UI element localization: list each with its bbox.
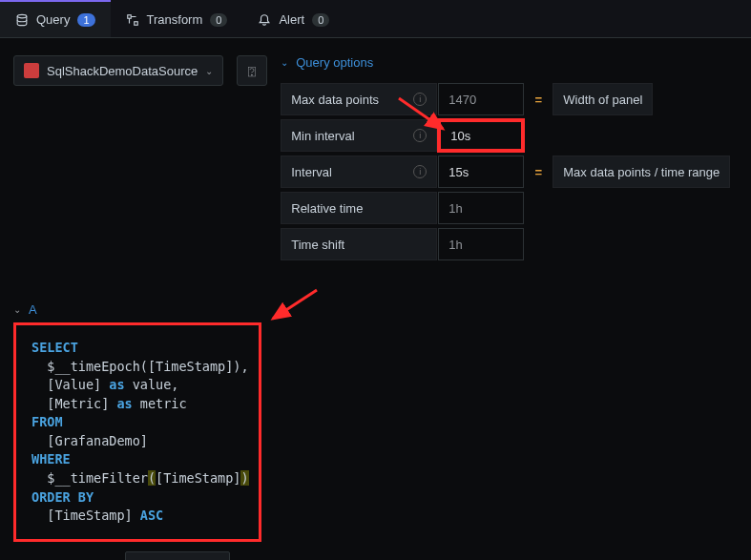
query-row: ⌄ A SELECT $__timeEpoch([TimeStamp]), [V… [0,302,751,560]
time-shift-input[interactable]: 1h [438,228,524,260]
svg-point-0 [17,14,27,18]
format-as-label: Format as [42,552,117,560]
generated-sql-button[interactable]: Generated SQL› [331,552,444,560]
tab-transform[interactable]: Transform 0 [111,0,243,37]
transform-icon [126,13,139,27]
tab-transform-count: 0 [210,13,227,27]
info-icon[interactable]: i [413,165,427,178]
tab-alert-count: 0 [312,13,329,27]
datasource-help-button[interactable]: ⍰ [237,55,267,86]
editor-tabs: Query 1 Transform 0 Alert 0 [0,0,751,38]
query-config-row: SqlShackDemoDataSource ⌄ ⍰ ⌄ Query optio… [0,38,751,264]
query-options-toggle[interactable]: ⌄ Query options [281,55,738,70]
sql-editor[interactable]: SELECT $__timeEpoch([TimeStamp]), [Value… [13,322,261,542]
tab-query[interactable]: Query 1 [0,0,111,37]
svg-rect-1 [127,14,131,18]
query-options-title: Query options [296,55,373,70]
equals-label: = [525,83,552,115]
query-ref-id: A [29,302,37,317]
query-row-toggle[interactable]: ⌄ A [13,302,738,317]
opt-label: Relative time [281,192,437,224]
interval-value: 15s [438,156,524,188]
query-options: ⌄ Query options Max data points i 1470 =… [281,55,738,264]
format-as-select[interactable]: Time series ▼ [125,551,231,560]
bell-icon [258,13,271,27]
tab-alert-label: Alert [279,12,304,27]
info-icon[interactable]: i [413,93,427,106]
opt-label: Min interval i [281,119,437,152]
opt-label: Time shift [281,228,437,260]
info-icon[interactable]: i [413,129,427,142]
relative-time-input[interactable]: 1h [438,192,524,224]
datasource-logo-icon [24,63,39,78]
opt-min-interval: Min interval i 10s [281,119,738,152]
opt-desc: Width of panel [553,83,653,115]
opt-interval: Interval i 15s = Max data points / time … [281,156,738,188]
tab-alert[interactable]: Alert 0 [242,0,344,37]
database-icon [15,13,29,27]
question-icon: ⍰ [248,64,256,78]
equals-label: = [525,156,552,188]
show-help-button[interactable]: Show Help› [238,552,323,560]
tab-query-count: 1 [77,13,94,27]
chevron-down-icon: ⌄ [281,57,288,68]
chevron-down-icon: ⌄ [13,304,21,315]
opt-max-data-points: Max data points i 1470 = Width of panel [281,83,738,115]
chevron-down-icon: ⌄ [205,66,213,76]
opt-label: Max data points i [281,83,437,115]
max-data-points-input[interactable]: 1470 [438,83,524,115]
datasource-picker[interactable]: SqlShackDemoDataSource ⌄ [13,55,223,86]
tab-transform-label: Transform [147,12,203,27]
min-interval-input[interactable]: 10s [438,119,524,152]
datasource-name: SqlShackDemoDataSource [47,64,198,78]
opt-time-shift: Time shift 1h [281,228,738,260]
query-footer: Format as Time series ▼ Show Help› Gener… [13,542,738,560]
tab-query-label: Query [36,12,70,27]
svg-rect-2 [134,21,137,25]
opt-desc: Max data points / time range [553,156,730,188]
opt-relative-time: Relative time 1h [281,192,738,224]
opt-label: Interval i [281,156,437,188]
